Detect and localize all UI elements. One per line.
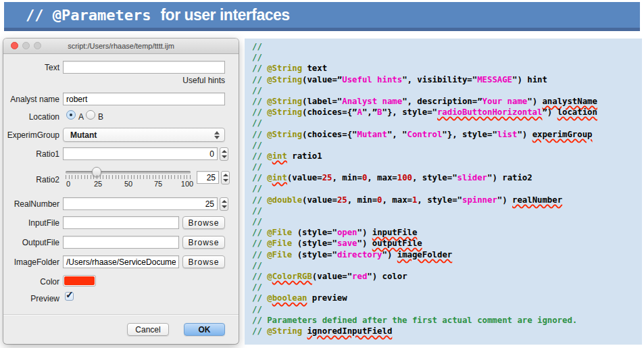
code-token: // bbox=[252, 42, 262, 51]
radio-a[interactable] bbox=[66, 110, 76, 120]
checkmark-icon: ✓ bbox=[66, 289, 74, 300]
code-panel: ////// @String text// @String(value=”Use… bbox=[245, 39, 642, 345]
code-token: // bbox=[252, 293, 267, 303]
radio-b-label: B bbox=[98, 112, 103, 122]
code-token: ”) bbox=[542, 107, 557, 117]
close-icon[interactable] bbox=[11, 42, 18, 49]
code-token: realNumber bbox=[512, 195, 562, 205]
ratio2-value-input[interactable] bbox=[197, 171, 219, 184]
step-up-icon[interactable] bbox=[222, 150, 227, 153]
code-line: // @String ignoredInputField bbox=[252, 326, 642, 337]
dialog-titlebar[interactable]: script:/Users/rhaase/temp/tttt.ijm bbox=[3, 39, 239, 54]
step-down-icon[interactable] bbox=[222, 155, 227, 158]
code-token: (value=” bbox=[302, 75, 342, 84]
code-token: (label=" bbox=[302, 97, 342, 106]
code-token: // bbox=[252, 53, 262, 62]
code-block: ////// @String text// @String(value=”Use… bbox=[245, 39, 642, 337]
code-line: // bbox=[252, 304, 642, 315]
step-down-icon[interactable] bbox=[223, 179, 228, 182]
experimgroup-select[interactable]: Mutant bbox=[63, 128, 225, 142]
inputfile-label: InputFile bbox=[3, 218, 59, 228]
dialog-body: Text Useful hints Analyst name Location … bbox=[3, 54, 239, 344]
code-line: // bbox=[252, 140, 642, 151]
radio-b[interactable] bbox=[86, 110, 95, 120]
imagefolder-browse-button[interactable]: Browse bbox=[182, 255, 225, 268]
dialog-separator bbox=[3, 314, 239, 316]
color-swatch-fill bbox=[64, 276, 95, 285]
code-token: // bbox=[252, 261, 262, 270]
ok-button[interactable]: OK bbox=[184, 323, 225, 336]
code-token: Useful hints bbox=[342, 75, 402, 84]
code-line: // bbox=[252, 205, 642, 216]
preview-checkbox[interactable]: ✓ bbox=[65, 292, 74, 301]
code-token: @ bbox=[267, 272, 272, 281]
code-token: spinner bbox=[462, 195, 497, 205]
code-line: // @boolean preview bbox=[252, 293, 642, 303]
code-line: // bbox=[252, 183, 642, 194]
code-token: B bbox=[377, 107, 382, 117]
code-token: // bbox=[252, 162, 262, 172]
code-token: // bbox=[252, 326, 267, 336]
inputfile-browse-button[interactable]: Browse bbox=[182, 216, 225, 229]
code-token: @String bbox=[267, 97, 302, 106]
code-token: @double bbox=[267, 195, 302, 205]
code-token: (style=" bbox=[292, 250, 337, 259]
minimize-icon[interactable] bbox=[22, 42, 30, 49]
step-down-icon[interactable] bbox=[222, 205, 227, 208]
realnumber-input[interactable] bbox=[63, 197, 218, 210]
slider-tick-label: 0 bbox=[66, 180, 70, 188]
code-token: ") bbox=[527, 97, 542, 106]
step-up-icon[interactable] bbox=[222, 200, 227, 203]
code-token: ColorRGB bbox=[272, 272, 312, 281]
zoom-icon[interactable] bbox=[34, 42, 41, 49]
code-line: // @double(value=25, min=0, max=1, style… bbox=[252, 195, 642, 205]
outputfile-label: OutputFile bbox=[3, 238, 59, 247]
code-line: // @File (style="save") outputFile bbox=[252, 238, 642, 249]
code-token: ") color bbox=[367, 272, 407, 281]
code-token: @String bbox=[267, 130, 302, 139]
code-token: ") bbox=[357, 228, 372, 237]
code-token: , min= bbox=[347, 195, 377, 205]
ratio1-input[interactable] bbox=[63, 147, 218, 160]
code-token: // bbox=[252, 130, 267, 139]
code-line: // bbox=[252, 260, 642, 271]
code-token: , style=" bbox=[412, 173, 457, 182]
code-token: text bbox=[302, 64, 327, 73]
code-line: // @String(value=”Useful hints", visibil… bbox=[252, 74, 642, 85]
outputfile-browse-button[interactable]: Browse bbox=[182, 236, 225, 249]
imagefolder-input[interactable] bbox=[63, 255, 179, 268]
code-token: // bbox=[252, 316, 267, 325]
code-token: (choices={” bbox=[302, 107, 357, 117]
ratio2-slider[interactable]: 0 25 50 75 100 bbox=[66, 166, 193, 189]
ratio1-label: Ratio1 bbox=[3, 149, 59, 159]
code-token: experimGroup bbox=[532, 130, 593, 139]
text-input[interactable] bbox=[63, 61, 225, 74]
slider-track[interactable] bbox=[66, 171, 191, 174]
code-line: // @String(choices={"Mutant", "Control"}… bbox=[252, 129, 642, 140]
code-line: // bbox=[252, 161, 642, 172]
code-token: ignoredInputField bbox=[307, 326, 392, 336]
code-token: (choices={" bbox=[302, 130, 357, 139]
outputfile-input[interactable] bbox=[63, 236, 179, 249]
code-token: // bbox=[252, 272, 267, 281]
analyst-name-input[interactable] bbox=[63, 93, 225, 105]
color-swatch-button[interactable] bbox=[63, 275, 96, 287]
code-token: boolean bbox=[272, 293, 307, 303]
code-token: // bbox=[252, 86, 262, 95]
header-title: for user interfaces bbox=[160, 6, 289, 24]
code-token: // bbox=[252, 184, 262, 193]
realnumber-stepper[interactable] bbox=[220, 197, 228, 211]
header-banner: // @Parameters for user interfaces bbox=[4, 2, 640, 31]
experimgroup-value: Mutant bbox=[70, 130, 97, 140]
code-token: ") ratio2 bbox=[487, 173, 532, 182]
slider-tick-label: 25 bbox=[94, 180, 102, 188]
code-token: , max= bbox=[367, 173, 397, 182]
ratio1-stepper[interactable] bbox=[220, 147, 228, 161]
text-field-label: Text bbox=[3, 63, 59, 72]
step-up-icon[interactable] bbox=[223, 174, 228, 176]
code-token: (value= bbox=[287, 173, 322, 182]
cancel-button[interactable]: Cancel bbox=[127, 323, 169, 336]
inputfile-input[interactable] bbox=[63, 216, 179, 229]
code-line: // bbox=[252, 118, 642, 128]
ratio2-stepper[interactable] bbox=[221, 171, 230, 184]
